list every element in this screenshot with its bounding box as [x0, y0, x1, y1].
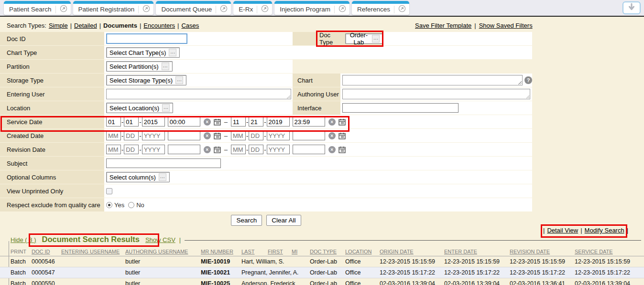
show-saved-filters-link[interactable]: Show Saved Filters	[479, 22, 533, 29]
open-in-new-icon[interactable]	[60, 5, 67, 14]
tab-patient-registration[interactable]: Patient Registration	[73, 1, 154, 15]
created-end-time-input[interactable]	[293, 131, 325, 140]
col-doc-type[interactable]: DOC TYPE	[310, 249, 337, 254]
service-start-day-input[interactable]	[124, 117, 139, 127]
created-start-day-input[interactable]	[124, 131, 139, 140]
calendar-icon[interactable]	[214, 118, 221, 126]
created-start-time-input[interactable]	[168, 131, 200, 140]
col-doc-id[interactable]: DOC ID	[32, 249, 50, 254]
revision-start-day-input[interactable]	[124, 145, 139, 154]
clear-date-icon[interactable]: ×	[204, 146, 211, 153]
open-in-new-icon[interactable]	[142, 5, 150, 14]
doc-id-input[interactable]	[106, 33, 187, 44]
respect-exclude-no-radio[interactable]	[128, 202, 134, 208]
search-type-simple[interactable]: Simple	[49, 22, 68, 29]
clear-date-icon[interactable]: ×	[204, 132, 211, 139]
batch-link[interactable]: Batch	[11, 269, 32, 276]
view-unprinted-checkbox[interactable]	[106, 188, 112, 194]
service-end-time-input[interactable]	[293, 117, 325, 127]
search-button[interactable]: Search	[231, 215, 262, 226]
detail-view-link[interactable]: Detail View	[547, 227, 578, 234]
table-row[interactable]: Batch 0000550 butler MIE-10025 Anderson,…	[0, 278, 644, 285]
col-enter-date[interactable]: ENTER DATE	[444, 249, 477, 254]
entering-user-input[interactable]	[106, 89, 291, 99]
clear-date-icon[interactable]: ×	[328, 132, 336, 139]
storage-type-select-button[interactable]: Select Storage Type(s)...	[106, 75, 186, 85]
service-end-year-input[interactable]	[267, 117, 290, 127]
clear-date-icon[interactable]: ×	[328, 146, 336, 153]
table-row[interactable]: Batch 0000546 butler MIE-10019 Hart, Wil…	[0, 256, 644, 267]
modify-search-link[interactable]: Modify Search	[585, 227, 624, 234]
service-end-month-input[interactable]	[231, 117, 246, 127]
calendar-icon[interactable]	[214, 132, 221, 139]
col-authoring-username[interactable]: AUTHORING USERNAME	[125, 249, 188, 254]
authoring-user-input[interactable]	[342, 89, 530, 99]
tab-erx[interactable]: E-Rx	[233, 1, 272, 15]
revision-start-time-input[interactable]	[168, 145, 200, 154]
chart-input[interactable]	[342, 75, 523, 85]
created-end-year-input[interactable]	[267, 131, 290, 140]
tab-injection-program[interactable]: Injection Program	[274, 1, 349, 15]
service-start-month-input[interactable]	[106, 117, 121, 127]
calendar-icon[interactable]	[338, 132, 346, 139]
calendar-icon[interactable]	[214, 146, 221, 153]
created-start-month-input[interactable]	[106, 131, 121, 140]
location-select-button[interactable]: Select Location(s)...	[106, 103, 173, 113]
search-type-cases[interactable]: Cases	[181, 22, 199, 29]
save-filter-template-link[interactable]: Save Filter Template	[415, 22, 471, 29]
col-service-date[interactable]: SERVICE DATE	[575, 249, 613, 254]
subject-input[interactable]	[106, 158, 221, 168]
revision-start-year-input[interactable]	[142, 145, 165, 154]
download-button[interactable]	[622, 1, 641, 14]
table-row[interactable]: Batch 0000547 butler MIE-10021 Pregnant,…	[0, 267, 644, 278]
created-start-year-input[interactable]	[142, 131, 165, 140]
calendar-icon[interactable]	[338, 118, 346, 126]
partition-select-button[interactable]: Select Partition(s)...	[106, 61, 173, 72]
col-first[interactable]: FIRST	[268, 249, 283, 254]
col-origin-date[interactable]: ORIGIN DATE	[380, 249, 414, 254]
revision-end-day-input[interactable]	[249, 145, 263, 154]
open-in-new-icon[interactable]	[261, 5, 269, 14]
tab-document-queue[interactable]: Document Queue	[156, 1, 231, 15]
created-end-month-input[interactable]	[231, 131, 246, 140]
respect-exclude-yes-radio[interactable]	[106, 202, 112, 208]
hide-results-link[interactable]: Hide ( 3 )	[11, 236, 36, 243]
resize-grip-icon[interactable]	[287, 95, 290, 98]
optional-columns-select-button[interactable]: Select column(s)...	[106, 172, 170, 182]
service-start-year-input[interactable]	[142, 117, 165, 127]
batch-link[interactable]: Batch	[11, 258, 32, 265]
top-tab-bar: Patient Search Patient Registration Docu…	[0, 0, 644, 17]
tab-patient-search[interactable]: Patient Search	[4, 1, 71, 15]
search-type-detailed[interactable]: Detailed	[74, 22, 97, 29]
tab-references[interactable]: References	[352, 1, 409, 15]
resize-grip-icon[interactable]	[526, 95, 529, 98]
revision-end-year-input[interactable]	[267, 145, 290, 154]
open-in-new-icon[interactable]	[338, 5, 346, 14]
open-in-new-icon[interactable]	[398, 5, 406, 14]
clear-all-button[interactable]: Clear All	[266, 215, 301, 226]
col-entering-username[interactable]: ENTERING USERNAME	[61, 249, 120, 254]
col-location[interactable]: LOCATION	[345, 249, 371, 254]
service-end-day-input[interactable]	[249, 117, 263, 127]
help-icon[interactable]: ?	[524, 76, 532, 84]
show-csv-link[interactable]: Show CSV	[145, 236, 175, 243]
revision-end-month-input[interactable]	[231, 145, 246, 154]
search-type-encounters[interactable]: Encounters	[143, 22, 175, 29]
clear-date-icon[interactable]: ×	[204, 118, 211, 126]
clear-date-icon[interactable]: ×	[328, 118, 336, 126]
created-end-day-input[interactable]	[249, 131, 263, 140]
batch-link[interactable]: Batch	[11, 280, 32, 285]
col-mr-number[interactable]: MR NUMBER	[201, 249, 233, 254]
interface-input[interactable]	[342, 103, 458, 113]
revision-start-month-input[interactable]	[106, 145, 121, 154]
resize-grip-icon[interactable]	[518, 81, 522, 84]
doc-type-select-button[interactable]: Order-Lab...	[345, 33, 383, 44]
col-last[interactable]: LAST	[241, 249, 255, 254]
calendar-icon[interactable]	[338, 146, 346, 153]
service-start-time-input[interactable]	[168, 117, 200, 127]
col-revision-date[interactable]: REVISION DATE	[510, 249, 550, 254]
revision-end-time-input[interactable]	[293, 145, 325, 154]
chart-type-select-button[interactable]: Select Chart Type(s)...	[106, 47, 180, 58]
col-mi[interactable]: MI	[292, 249, 297, 254]
open-in-new-icon[interactable]	[220, 5, 228, 14]
